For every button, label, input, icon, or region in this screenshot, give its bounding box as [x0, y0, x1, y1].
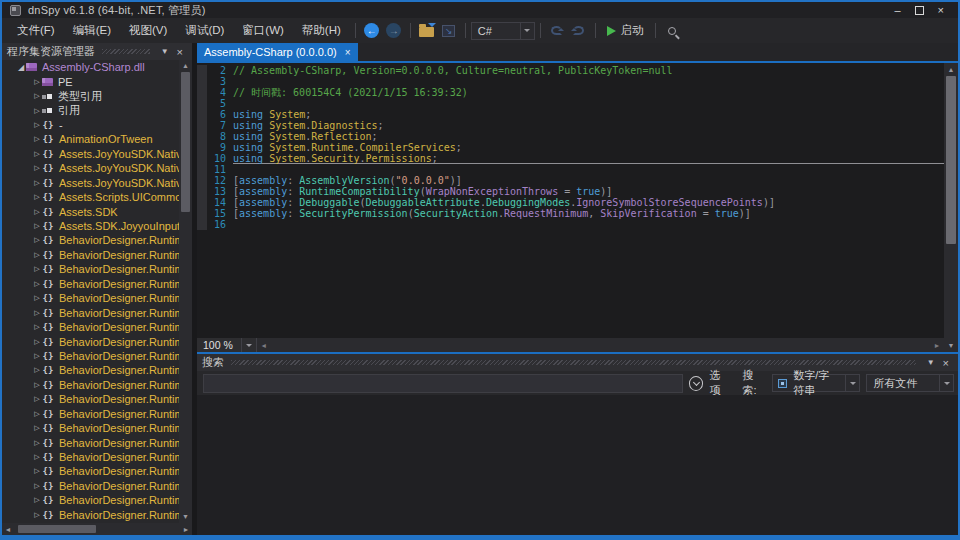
panel-menu-button[interactable]: ▼ [923, 358, 939, 367]
tree-item[interactable]: ▷{}Assets.SDK.JoyyouInput [2, 219, 179, 233]
search-input[interactable] [203, 374, 683, 393]
expander-closed-icon[interactable]: ▷ [32, 193, 42, 201]
tree-item[interactable]: ▷引用 [2, 103, 179, 117]
glyph-margin[interactable] [197, 76, 207, 87]
tree-item[interactable]: ▷{}BehaviorDesigner.Runtime [2, 305, 179, 319]
expander-closed-icon[interactable]: ▷ [32, 121, 42, 129]
glyph-margin[interactable] [197, 208, 207, 219]
tree-item[interactable]: ▷PE [2, 74, 179, 88]
glyph-margin[interactable] [197, 87, 207, 98]
scroll-right-icon[interactable]: ► [180, 526, 192, 533]
menu-item[interactable]: 视图(V) [120, 21, 176, 39]
glyph-margin[interactable] [197, 142, 207, 153]
scrollbar-thumb[interactable] [946, 76, 956, 244]
glyph-margin[interactable] [197, 120, 207, 131]
tree-item[interactable]: ▷{}Assets.SDK [2, 204, 179, 218]
search-assemblies-button[interactable] [661, 21, 683, 41]
search-type-combobox[interactable]: 数字/字符串 [772, 374, 860, 392]
close-button[interactable]: × [938, 5, 944, 15]
open-module-button[interactable]: ↘ [438, 21, 460, 41]
search-scope-dropdown-button[interactable] [939, 375, 953, 391]
expander-closed-icon[interactable]: ▷ [32, 381, 42, 389]
glyph-margin[interactable] [197, 175, 207, 186]
language-combobox[interactable]: C# [471, 22, 535, 40]
expander-closed-icon[interactable]: ▷ [32, 222, 42, 230]
glyph-margin[interactable] [197, 153, 207, 164]
tab-close-icon[interactable]: × [345, 47, 351, 58]
expander-closed-icon[interactable]: ▷ [32, 164, 42, 172]
scroll-down-icon[interactable]: ▼ [948, 339, 955, 352]
tree-item[interactable]: ▷{}Assets.JoyYouSDK.NativeIn [2, 176, 179, 190]
expander-closed-icon[interactable]: ▷ [32, 294, 42, 302]
expander-closed-icon[interactable]: ▷ [32, 424, 42, 432]
tree-item[interactable]: ▷{}BehaviorDesigner.Runtime [2, 248, 179, 262]
expander-closed-icon[interactable]: ▷ [32, 410, 42, 418]
expander-closed-icon[interactable]: ▷ [32, 265, 42, 273]
tree-item[interactable]: ▷{}BehaviorDesigner.Runtime [2, 378, 179, 392]
zoom-combobox[interactable]: 100 % [197, 338, 257, 352]
expander-closed-icon[interactable]: ▷ [32, 251, 42, 259]
tab-assembly-csharp[interactable]: Assembly-CSharp (0.0.0.0) × [197, 43, 358, 61]
tree-item[interactable]: ▷{}BehaviorDesigner.Runtime [2, 320, 179, 334]
expander-open-icon[interactable]: ◢ [16, 63, 26, 72]
expander-closed-icon[interactable]: ▷ [32, 309, 42, 317]
tree-item[interactable]: ▷{}AnimationOrTween [2, 132, 179, 146]
scroll-right-icon[interactable]: ► [930, 342, 944, 349]
redo-button[interactable] [568, 21, 590, 41]
tree-item[interactable]: ▷{}Assets.JoyYouSDK.NativeIn [2, 147, 179, 161]
tree-item[interactable]: ▷{}- [2, 118, 179, 132]
glyph-margin[interactable] [197, 65, 207, 76]
expander-closed-icon[interactable]: ▷ [32, 496, 42, 504]
expander-closed-icon[interactable]: ▷ [32, 280, 42, 288]
code-editor[interactable]: 2// Assembly-CSharp, Version=0.0.0.0, Cu… [197, 63, 944, 338]
expander-closed-icon[interactable]: ▷ [32, 467, 42, 475]
tree-item[interactable]: ▷{}BehaviorDesigner.Runtime [2, 233, 179, 247]
tree-item[interactable]: ▷{}BehaviorDesigner.Runtime [2, 262, 179, 276]
glyph-margin[interactable] [197, 219, 207, 230]
panel-close-button[interactable]: × [939, 357, 953, 369]
tree-item[interactable]: ▷{}BehaviorDesigner.Runtime [2, 464, 179, 478]
tree-item[interactable]: ▷{}BehaviorDesigner.Runtime [2, 407, 179, 421]
glyph-margin[interactable] [197, 98, 207, 109]
tree-item[interactable]: ▷{}BehaviorDesigner.Runtime [2, 421, 179, 435]
navigate-forward-button[interactable]: → [383, 21, 405, 41]
navigate-back-button[interactable]: ← [361, 21, 383, 41]
open-file-button[interactable] [416, 21, 438, 41]
tree-horizontal-scrollbar[interactable]: ◄ ► [2, 523, 192, 535]
glyph-margin[interactable] [197, 164, 207, 175]
zoom-dropdown-button[interactable] [241, 338, 257, 352]
tree-item[interactable]: ▷{}BehaviorDesigner.Runtime [2, 334, 179, 348]
expander-closed-icon[interactable]: ▷ [32, 107, 42, 115]
tree-item[interactable]: ▷{}BehaviorDesigner.Runtime [2, 277, 179, 291]
expander-closed-icon[interactable]: ▷ [32, 323, 42, 331]
maximize-button[interactable] [915, 6, 924, 15]
expander-closed-icon[interactable]: ▷ [32, 78, 42, 86]
expander-closed-icon[interactable]: ▷ [32, 135, 42, 143]
tree-item[interactable]: ▷{}BehaviorDesigner.Runtime [2, 493, 179, 507]
expander-closed-icon[interactable]: ▷ [32, 150, 42, 158]
search-type-dropdown-button[interactable] [845, 375, 859, 391]
minimize-button[interactable]: – [894, 5, 900, 15]
tree-vertical-scrollbar[interactable]: ▲ ▼ [179, 60, 192, 523]
tree-item[interactable]: ▷{}BehaviorDesigner.Runtime [2, 450, 179, 464]
expander-closed-icon[interactable]: ▷ [32, 338, 42, 346]
expander-closed-icon[interactable]: ▷ [32, 453, 42, 461]
expander-closed-icon[interactable]: ▷ [32, 439, 42, 447]
expander-closed-icon[interactable]: ▷ [32, 92, 42, 100]
scrollbar-thumb[interactable] [18, 525, 96, 533]
menu-item[interactable]: 文件(F) [8, 21, 64, 39]
panel-close-button[interactable]: × [173, 46, 187, 58]
tree-item[interactable]: ▷{}BehaviorDesigner.Runtime [2, 363, 179, 377]
expander-closed-icon[interactable]: ▷ [32, 366, 42, 374]
menu-item[interactable]: 帮助(H) [293, 21, 350, 39]
tree-item[interactable]: ▷{}Assets.Scripts.UICommon [2, 190, 179, 204]
scroll-left-icon[interactable]: ◄ [257, 342, 271, 349]
menu-item[interactable]: 调试(D) [176, 21, 233, 39]
expander-closed-icon[interactable]: ▷ [32, 236, 42, 244]
editor-horizontal-scrollbar[interactable]: ◄ ► [257, 338, 944, 352]
scroll-up-icon[interactable]: ▲ [948, 63, 955, 76]
menu-item[interactable]: 窗口(W) [233, 21, 293, 39]
tree-item[interactable]: ◢Assembly-CSharp.dll [2, 60, 179, 74]
scroll-down-icon[interactable]: ▼ [182, 511, 189, 523]
tree-item[interactable]: ▷{}BehaviorDesigner.Runtime [2, 349, 179, 363]
